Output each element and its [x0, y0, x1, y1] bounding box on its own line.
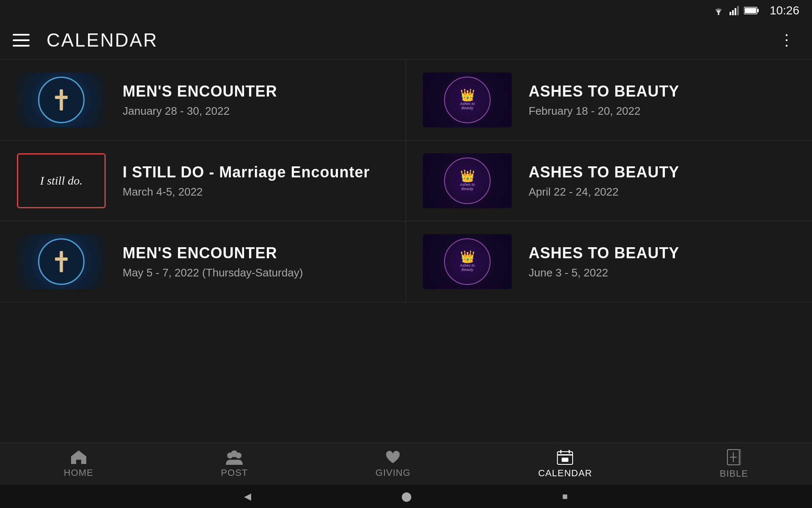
nav-label-bible: BIBLE	[720, 468, 748, 479]
svg-point-10	[236, 453, 241, 458]
events-grid: MEN'S ENCOUNTER January 28 - 30, 2022 👑 …	[0, 59, 812, 302]
event-title: ASHES TO BEAUTY	[529, 244, 795, 262]
nav-item-bible[interactable]: BIBLE	[703, 444, 765, 483]
events-list: MEN'S ENCOUNTER January 28 - 30, 2022 👑 …	[0, 59, 812, 457]
back-button[interactable]: ◀	[244, 491, 251, 502]
nav-label-giving: GIVING	[376, 467, 411, 478]
home-icon	[70, 450, 87, 465]
giving-icon	[384, 450, 401, 465]
event-thumbnail-ashes-1: 👑 Ashes toBeauty	[423, 72, 512, 127]
event-title: ASHES TO BEAUTY	[529, 163, 795, 181]
signal-icon	[730, 6, 740, 15]
event-card-i-still-do[interactable]: I still do. I STILL DO - Marriage Encoun…	[0, 141, 406, 221]
event-date: May 5 - 7, 2022 (Thursday-Saturday)	[123, 266, 389, 279]
nav-label-calendar: CALENDAR	[538, 468, 592, 479]
nav-item-giving[interactable]: GIVING	[359, 445, 428, 483]
status-bar: 10:26	[0, 0, 812, 21]
event-card-ashes-3[interactable]: 👑 Ashes toBeauty ASHES TO BEAUTY June 3 …	[406, 221, 812, 302]
event-thumbnail-ashes-2: 👑 Ashes toBeauty	[423, 153, 512, 208]
header: CALENDAR ⋮	[0, 21, 812, 59]
event-info-ashes-2: ASHES TO BEAUTY April 22 - 24, 2022	[529, 163, 795, 199]
event-date: April 22 - 24, 2022	[529, 185, 795, 199]
event-info-mens-encounter-2: MEN'S ENCOUNTER May 5 - 7, 2022 (Thursda…	[123, 244, 389, 279]
bible-icon	[727, 449, 742, 466]
svg-rect-3	[735, 8, 736, 15]
svg-rect-15	[562, 458, 568, 462]
event-date: January 28 - 30, 2022	[123, 105, 389, 118]
event-date: June 3 - 5, 2022	[529, 266, 795, 279]
page-title: CALENDAR	[47, 30, 775, 51]
event-thumbnail-mens-encounter-2	[17, 234, 106, 289]
event-info-ashes-1: ASHES TO BEAUTY February 18 - 20, 2022	[529, 83, 795, 118]
event-thumbnail-ashes-3: 👑 Ashes toBeauty	[423, 234, 512, 289]
more-options-button[interactable]: ⋮	[775, 27, 799, 53]
svg-rect-6	[757, 9, 759, 12]
post-icon	[225, 450, 244, 465]
battery-icon	[744, 6, 759, 15]
nav-label-post: POST	[221, 467, 248, 478]
svg-rect-1	[730, 12, 731, 15]
recent-button[interactable]: ■	[562, 491, 568, 502]
bottom-navigation: HOME POST GIVING CALENDAR	[0, 442, 812, 485]
status-icons: 10:26	[712, 4, 799, 17]
event-title: MEN'S ENCOUNTER	[123, 83, 389, 100]
menu-button[interactable]	[13, 34, 30, 47]
event-title: ASHES TO BEAUTY	[529, 83, 795, 100]
home-button[interactable]: ⬤	[401, 491, 412, 502]
svg-rect-2	[732, 10, 734, 15]
nav-item-home[interactable]: HOME	[47, 445, 110, 483]
event-card-mens-encounter-1[interactable]: MEN'S ENCOUNTER January 28 - 30, 2022	[0, 60, 406, 141]
event-thumbnail-i-still-do: I still do.	[17, 153, 106, 208]
system-navigation: ◀ ⬤ ■	[0, 485, 812, 508]
event-title: I STILL DO - Marriage Encounter	[123, 163, 389, 181]
status-time: 10:26	[770, 4, 799, 17]
event-info-mens-encounter-1: MEN'S ENCOUNTER January 28 - 30, 2022	[123, 83, 389, 118]
event-card-mens-encounter-2[interactable]: MEN'S ENCOUNTER May 5 - 7, 2022 (Thursda…	[0, 221, 406, 302]
svg-rect-12	[557, 454, 573, 456]
event-info-i-still-do: I STILL DO - Marriage Encounter March 4-…	[123, 163, 389, 199]
event-thumbnail-mens-encounter-1	[17, 72, 106, 127]
nav-item-post[interactable]: POST	[204, 445, 265, 483]
nav-label-home: HOME	[64, 467, 93, 478]
svg-rect-7	[745, 8, 756, 13]
svg-point-0	[718, 14, 719, 15]
event-date: March 4-5, 2022	[123, 185, 389, 199]
event-card-ashes-1[interactable]: 👑 Ashes toBeauty ASHES TO BEAUTY Februar…	[406, 60, 812, 141]
event-title: MEN'S ENCOUNTER	[123, 244, 389, 262]
nav-item-calendar[interactable]: CALENDAR	[521, 445, 609, 483]
event-date: February 18 - 20, 2022	[529, 105, 795, 118]
calendar-icon	[557, 449, 573, 465]
wifi-icon	[712, 6, 725, 15]
event-info-ashes-3: ASHES TO BEAUTY June 3 - 5, 2022	[529, 244, 795, 279]
event-card-ashes-2[interactable]: 👑 Ashes toBeauty ASHES TO BEAUTY April 2…	[406, 141, 812, 221]
svg-rect-4	[737, 6, 739, 15]
